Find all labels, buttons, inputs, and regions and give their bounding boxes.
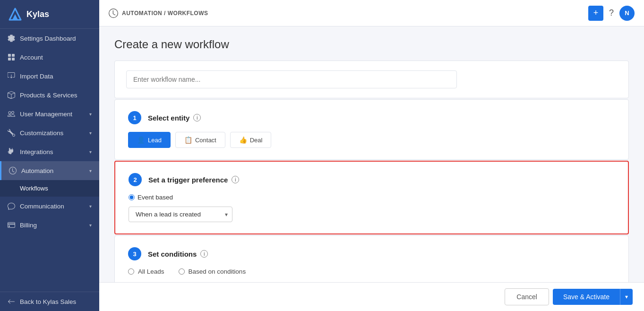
sidebar-item-integrations-label: Integrations — [20, 148, 53, 156]
chat-icon — [8, 202, 15, 210]
sidebar-item-communication[interactable]: Communication ▾ — [0, 197, 99, 216]
svg-marker-1 — [12, 14, 18, 20]
save-activate-group: Save & Activate ▾ — [553, 289, 633, 305]
wrench-icon — [8, 129, 15, 137]
main-content: AUTOMATION / WORKFLOWS + ? N Create a ne… — [99, 0, 644, 311]
based-on-radio[interactable] — [179, 268, 185, 275]
step3-info-icon[interactable]: i — [200, 250, 208, 258]
workflow-name-section — [114, 60, 629, 98]
sidebar-item-user-management[interactable]: User Management ▾ — [0, 104, 99, 123]
sidebar-logo: Kylas — [0, 0, 99, 29]
step3-number: 3 — [128, 247, 141, 260]
chevron-down-icon: ▾ — [89, 149, 92, 155]
step2-info-icon[interactable]: i — [232, 176, 239, 183]
sidebar-item-automation-label: Automation — [21, 167, 53, 174]
chevron-down-icon: ▾ — [89, 168, 92, 173]
sidebar-item-integrations[interactable]: Integrations ▾ — [0, 142, 99, 161]
plug-icon — [8, 148, 15, 156]
svg-rect-4 — [8, 58, 11, 60]
sidebar-item-account[interactable]: Account — [0, 48, 99, 67]
content-area: Create a new workflow 1 Select entity i … — [99, 26, 644, 282]
trigger-select[interactable]: When a lead is created When a lead is up… — [129, 207, 232, 222]
svg-rect-2 — [8, 54, 11, 57]
step1-number: 1 — [128, 111, 141, 124]
sidebar-item-settings-dashboard[interactable]: Settings Dashboard — [0, 29, 99, 48]
based-on-label[interactable]: Based on conditions — [189, 268, 246, 275]
entity-btn-deal[interactable]: 👍 Deal — [230, 132, 272, 148]
cancel-button[interactable]: Cancel — [505, 288, 549, 305]
sidebar: Kylas Settings Dashboard Account Import … — [0, 0, 99, 311]
save-activate-dropdown-button[interactable]: ▾ — [620, 289, 633, 305]
sidebar-item-import-data-label: Import Data — [20, 73, 53, 80]
all-leads-label[interactable]: All Leads — [138, 268, 164, 275]
step1-header: 1 Select entity i — [128, 111, 615, 124]
sidebar-item-workflows-label: Workflows — [20, 185, 48, 192]
step1-section: 1 Select entity i 👤 Lead 📋 Contact 👍 Dea — [114, 99, 629, 160]
save-activate-button[interactable]: Save & Activate — [553, 289, 620, 305]
step3-section: 3 Set conditions i All Leads Based on co… — [114, 235, 629, 282]
grid-icon — [8, 53, 15, 61]
entity-btn-lead[interactable]: 👤 Lead — [128, 132, 171, 148]
step2-header: 2 Set a trigger preference i — [129, 173, 615, 186]
sidebar-item-account-label: Account — [20, 54, 43, 61]
breadcrumb: AUTOMATION / WORKFLOWS — [122, 10, 208, 17]
sidebar-item-user-management-label: User Management — [20, 111, 72, 118]
step3-title: Set conditions i — [148, 250, 208, 258]
kylas-logo-icon — [8, 7, 23, 22]
person-icon: 👤 — [137, 136, 145, 144]
step3-header: 3 Set conditions i — [128, 247, 615, 260]
chevron-down-icon: ▾ — [89, 204, 92, 209]
box-icon — [8, 91, 15, 99]
sidebar-item-billing[interactable]: Billing ▾ — [0, 216, 99, 234]
condition-based-on: Based on conditions — [179, 268, 246, 275]
sidebar-item-billing-label: Billing — [20, 222, 37, 229]
page-title: Create a new workflow — [114, 38, 629, 51]
bottom-bar: Cancel Save & Activate ▾ — [99, 282, 644, 311]
contact-icon: 📋 — [184, 136, 192, 144]
all-leads-radio[interactable] — [128, 268, 134, 275]
condition-radios: All Leads Based on conditions — [128, 268, 615, 275]
sidebar-item-automation[interactable]: Automation ▾ — [0, 161, 99, 180]
sidebar-item-communication-label: Communication — [20, 203, 64, 210]
users-icon — [8, 110, 15, 118]
svg-rect-5 — [12, 58, 15, 60]
sidebar-item-back-to-kylas[interactable]: Back to Kylas Sales — [0, 292, 99, 311]
upload-icon — [8, 72, 15, 80]
add-button[interactable]: + — [588, 6, 603, 21]
automation-icon — [9, 167, 17, 174]
event-based-radio-group: Event based — [129, 194, 615, 201]
step1-info-icon[interactable]: i — [193, 114, 201, 121]
trigger-select-wrap: When a lead is created When a lead is up… — [129, 207, 232, 222]
event-based-radio[interactable] — [129, 194, 135, 200]
topbar: AUTOMATION / WORKFLOWS + ? N — [99, 0, 644, 26]
step2-number: 2 — [129, 173, 142, 186]
sidebar-nav: Settings Dashboard Account Import Data P… — [0, 29, 99, 292]
gear-icon — [8, 35, 15, 42]
sidebar-item-workflows[interactable]: Workflows — [0, 180, 99, 197]
app-name: Kylas — [26, 9, 49, 19]
deal-icon: 👍 — [239, 136, 247, 144]
credit-card-icon — [8, 221, 15, 229]
sidebar-item-customizations-label: Customizations — [20, 130, 63, 137]
chevron-down-icon: ▾ — [89, 223, 92, 228]
sidebar-item-settings-dashboard-label: Settings Dashboard — [20, 35, 76, 42]
event-based-label[interactable]: Event based — [137, 194, 173, 201]
condition-all-leads: All Leads — [128, 268, 164, 275]
entity-btn-contact[interactable]: 📋 Contact — [175, 132, 225, 148]
step1-title: Select entity i — [148, 114, 201, 122]
sidebar-item-customizations[interactable]: Customizations ▾ — [0, 123, 99, 142]
arrow-left-icon — [8, 298, 15, 305]
svg-rect-3 — [12, 54, 15, 57]
help-icon[interactable]: ? — [609, 8, 614, 18]
sidebar-item-products-services-label: Products & Services — [20, 92, 77, 99]
entity-buttons: 👤 Lead 📋 Contact 👍 Deal — [128, 132, 615, 148]
sidebar-item-import-data[interactable]: Import Data — [0, 67, 99, 86]
sidebar-back-label: Back to Kylas Sales — [20, 298, 76, 305]
topbar-right: + ? N — [588, 6, 635, 21]
step2-title: Set a trigger preference i — [148, 176, 239, 184]
automation-topbar-icon — [109, 9, 118, 18]
sidebar-bottom: Back to Kylas Sales — [0, 292, 99, 311]
workflow-name-input[interactable] — [126, 70, 457, 88]
sidebar-item-products-services[interactable]: Products & Services — [0, 86, 99, 104]
chevron-down-icon: ▾ — [89, 130, 92, 136]
